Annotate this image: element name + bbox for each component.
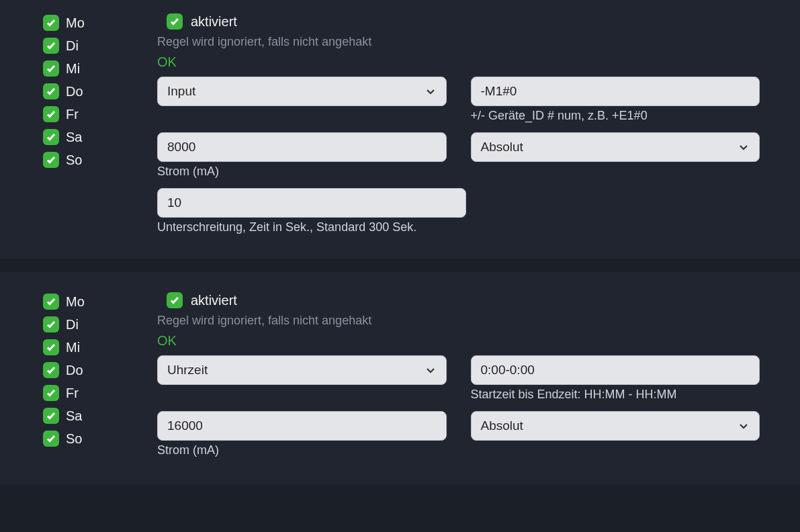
timeout-value: 10 — [167, 195, 181, 210]
day-label: Fr — [66, 386, 79, 401]
check-icon — [46, 319, 56, 330]
mode-select[interactable]: Absolut — [471, 132, 760, 162]
day-mi: Mi — [43, 60, 130, 77]
day-so: So — [43, 152, 130, 168]
checkbox-sa[interactable] — [43, 408, 59, 424]
day-sa: Sa — [43, 408, 130, 424]
day-mi: Mi — [43, 339, 130, 355]
day-label: Mi — [66, 61, 80, 77]
day-fr: Fr — [43, 106, 130, 122]
check-icon — [46, 388, 56, 398]
current-label: Strom (mA) — [157, 443, 447, 457]
day-di: Di — [43, 316, 130, 332]
check-icon — [46, 86, 56, 97]
day-sa: Sa — [43, 129, 130, 145]
rule-card: Mo Di Mi Do Fr — [0, 0, 800, 259]
check-icon — [46, 40, 56, 51]
param-value: 0:00-0:00 — [481, 363, 535, 378]
check-icon — [46, 296, 56, 307]
checkbox-mo[interactable] — [43, 15, 59, 31]
status-text: OK — [157, 333, 760, 349]
day-label: Mo — [66, 294, 85, 310]
mode-select-value: Absolut — [481, 418, 523, 433]
day-di: Di — [43, 38, 130, 54]
timeout-input[interactable]: 10 — [157, 188, 466, 218]
spacer — [157, 388, 447, 402]
checkbox-di[interactable] — [43, 316, 59, 332]
day-label: So — [66, 431, 82, 447]
type-select[interactable]: Input — [157, 77, 447, 106]
active-help: Regel wird ignoriert, falls nicht angeha… — [157, 35, 760, 49]
spacer — [157, 109, 447, 123]
day-label: Fr — [66, 107, 79, 122]
fields-column: aktiviert Regel wird ignoriert, falls ni… — [157, 13, 760, 241]
day-mo: Mo — [43, 294, 130, 310]
mode-select[interactable]: Absolut — [471, 411, 760, 441]
check-icon — [46, 433, 56, 444]
checkbox-mi[interactable] — [43, 60, 59, 77]
checkbox-active[interactable] — [167, 292, 183, 308]
day-label: Di — [66, 38, 79, 54]
param-value: -M1#0 — [481, 84, 517, 99]
chevron-down-icon — [425, 85, 437, 97]
active-row: aktiviert — [167, 13, 760, 30]
day-do: Do — [43, 83, 130, 99]
check-icon — [46, 63, 56, 74]
fields-column: aktiviert Regel wird ignoriert, falls ni… — [157, 292, 760, 467]
current-value: 8000 — [167, 140, 195, 154]
checkbox-di[interactable] — [43, 38, 59, 54]
current-input[interactable]: 8000 — [157, 132, 447, 162]
day-label: Sa — [66, 408, 82, 424]
checkbox-sa[interactable] — [43, 129, 59, 145]
day-label: Mi — [66, 340, 80, 355]
checkbox-do[interactable] — [43, 83, 59, 99]
check-icon — [46, 365, 56, 375]
days-column: Mo Di Mi Do Fr — [43, 292, 130, 467]
status-text: OK — [157, 54, 760, 70]
check-icon — [46, 132, 56, 142]
check-icon — [46, 109, 56, 120]
checkbox-so[interactable] — [43, 431, 59, 447]
checkbox-fr[interactable] — [43, 106, 59, 122]
check-icon — [46, 17, 56, 28]
active-row: aktiviert — [167, 292, 760, 308]
days-column: Mo Di Mi Do Fr — [43, 13, 130, 241]
active-label: aktiviert — [191, 293, 237, 308]
checkbox-mi[interactable] — [43, 339, 59, 355]
chevron-down-icon — [425, 364, 437, 376]
chevron-down-icon — [738, 420, 750, 432]
active-help: Regel wird ignoriert, falls nicht angeha… — [157, 314, 760, 328]
param-input[interactable]: 0:00-0:00 — [471, 355, 760, 385]
check-icon — [46, 154, 56, 165]
day-fr: Fr — [43, 385, 130, 401]
checkbox-so[interactable] — [43, 152, 59, 168]
checkbox-mo[interactable] — [43, 294, 59, 310]
type-select-value: Input — [167, 84, 195, 99]
mode-select-value: Absolut — [481, 140, 523, 154]
active-label: aktiviert — [191, 14, 237, 30]
rule-card: Mo Di Mi Do Fr — [0, 272, 800, 484]
day-so: So — [43, 431, 130, 447]
param-input[interactable]: -M1#0 — [471, 77, 760, 106]
check-icon — [46, 342, 56, 353]
chevron-down-icon — [738, 141, 750, 153]
day-label: Mo — [66, 15, 85, 31]
day-do: Do — [43, 362, 130, 378]
current-label: Strom (mA) — [157, 165, 447, 179]
divider — [0, 259, 800, 272]
checkbox-fr[interactable] — [43, 385, 59, 401]
current-input[interactable]: 16000 — [157, 411, 447, 441]
check-icon — [169, 16, 180, 27]
type-select-value: Uhrzeit — [167, 363, 208, 378]
param-help: +/- Geräte_ID # num, z.B. +E1#0 — [471, 109, 760, 123]
check-icon — [169, 295, 180, 306]
checkbox-do[interactable] — [43, 362, 59, 378]
day-label: Do — [66, 84, 83, 99]
checkbox-active[interactable] — [167, 13, 183, 30]
day-mo: Mo — [43, 15, 130, 31]
type-select[interactable]: Uhrzeit — [157, 355, 447, 385]
param-help: Startzeit bis Endzeit: HH:MM - HH:MM — [471, 388, 760, 402]
day-label: Di — [66, 317, 79, 332]
timeout-help: Unterschreitung, Zeit in Sek., Standard … — [157, 220, 466, 234]
current-value: 16000 — [167, 418, 203, 433]
